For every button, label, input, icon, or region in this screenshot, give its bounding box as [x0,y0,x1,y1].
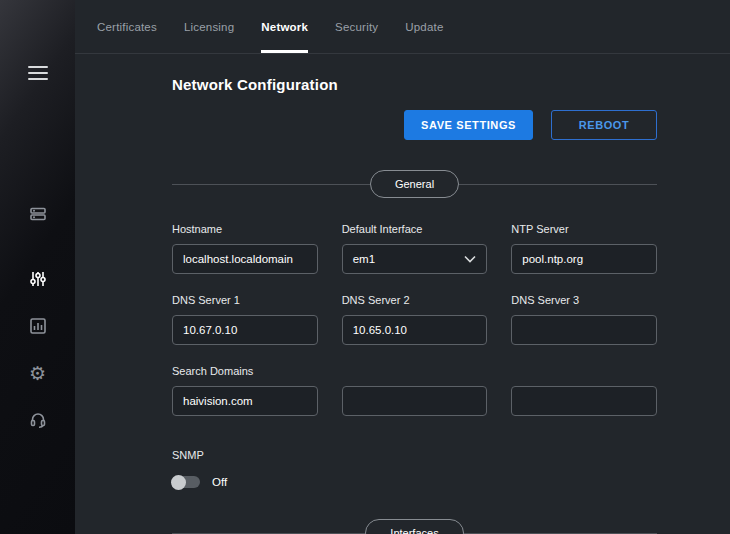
tab-licensing[interactable]: Licensing [184,0,234,53]
settings-sliders-icon[interactable] [26,267,50,291]
tab-bar: Certificates Licensing Network Security … [75,0,730,54]
divider-line [464,533,657,534]
tab-security[interactable]: Security [335,0,378,53]
content: Network Configuration SAVE SETTINGS REBO… [75,54,657,534]
interfaces-section-pill[interactable]: Interfaces [365,519,463,534]
snmp-label: SNMP [172,449,657,461]
field-dns-server-2: DNS Server 2 [342,294,488,345]
dns-server-2-input[interactable] [342,315,488,345]
sidebar-nav: ⚙ [26,202,50,432]
field-ntp-server: NTP Server [511,223,657,274]
snmp-section: SNMP Off [172,449,657,488]
search-domain-3-label [511,365,657,378]
dns-server-2-label: DNS Server 2 [342,294,488,307]
hostname-label: Hostname [172,223,318,236]
hostname-input[interactable] [172,244,318,274]
select-value: em1 [353,253,375,265]
dns-server-1-input[interactable] [172,315,318,345]
search-domain-2-label [342,365,488,378]
general-section-pill[interactable]: General [370,170,459,198]
tab-update[interactable]: Update [405,0,443,53]
support-headset-icon[interactable] [26,408,50,432]
chart-icon[interactable] [26,314,50,338]
save-settings-button[interactable]: SAVE SETTINGS [404,110,533,140]
search-domains-input[interactable] [172,386,318,416]
hamburger-menu-icon[interactable] [28,62,48,84]
field-search-domain-2 [342,365,488,416]
sidebar: ⚙ [0,0,75,534]
action-buttons: SAVE SETTINGS REBOOT [172,110,657,140]
divider-line [172,184,370,185]
tab-certificates[interactable]: Certificates [97,0,157,53]
field-dns-server-3: DNS Server 3 [511,294,657,345]
field-search-domains: Search Domains [172,365,318,416]
divider-line [172,533,365,534]
field-dns-server-1: DNS Server 1 [172,294,318,345]
divider-line [459,184,657,185]
default-interface-label: Default Interface [342,223,488,236]
tab-network[interactable]: Network [261,0,308,53]
field-search-domain-3 [511,365,657,416]
network-form: Hostname Default Interface em1 NTP Serve… [172,223,657,416]
default-interface-select[interactable]: em1 [342,244,488,274]
field-default-interface: Default Interface em1 [342,223,488,274]
server-rack-icon[interactable] [26,202,50,226]
snmp-toggle[interactable] [172,476,200,488]
search-domain-2-input[interactable] [342,386,488,416]
snmp-state-label: Off [212,476,227,488]
main-area: Certificates Licensing Network Security … [75,0,730,534]
search-domain-3-input[interactable] [511,386,657,416]
field-hostname: Hostname [172,223,318,274]
page-title: Network Configuration [172,76,657,93]
chevron-down-icon [464,255,476,263]
general-section-divider: General [172,170,657,198]
dns-server-3-input[interactable] [511,315,657,345]
reboot-button[interactable]: REBOOT [551,110,657,140]
ntp-server-label: NTP Server [511,223,657,236]
snmp-toggle-knob [171,475,186,490]
gear-icon[interactable]: ⚙ [26,361,50,385]
ntp-server-input[interactable] [511,244,657,274]
interfaces-section-divider: Interfaces [172,519,657,534]
dns-server-1-label: DNS Server 1 [172,294,318,307]
search-domains-label: Search Domains [172,365,318,378]
dns-server-3-label: DNS Server 3 [511,294,657,307]
